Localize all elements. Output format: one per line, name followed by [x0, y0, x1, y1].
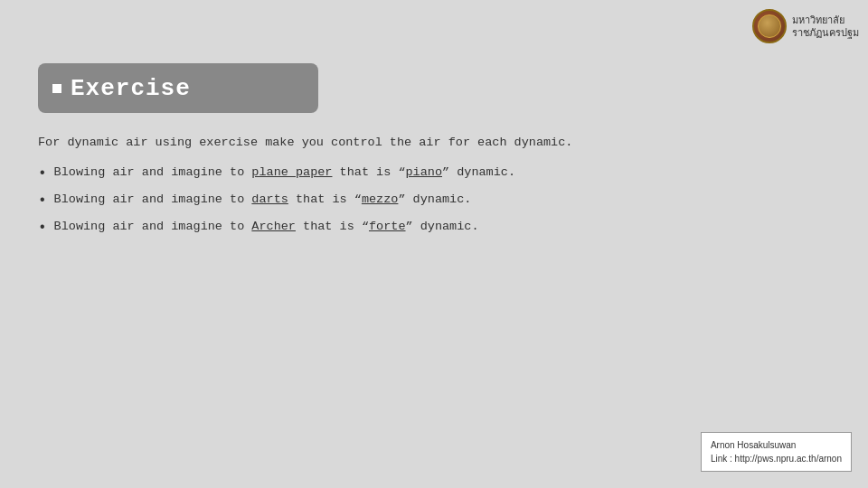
bullet-3-link2[interactable]: forte: [369, 220, 406, 233]
list-item: • Blowing air and imagine to darts that …: [38, 191, 830, 211]
logo-area: มหาวิทยาลัย ราชภัฏนครปฐม: [752, 9, 859, 43]
logo-text: มหาวิทยาลัย ราชภัฏนครปฐม: [792, 14, 859, 40]
university-name-line1: มหาวิทยาลัย: [792, 14, 859, 26]
bullet-3-prefix: Blowing air and imagine to: [54, 220, 252, 233]
bullet-1-prefix: Blowing air and imagine to: [54, 165, 252, 179]
bullet-text-3: Blowing air and imagine to Archer that i…: [54, 218, 830, 237]
bullet-2-link2[interactable]: mezzo: [362, 192, 399, 206]
credit-name: Arnon Hosakulsuwan: [711, 438, 842, 452]
bullet-1-middle: that is “: [332, 165, 405, 179]
university-logo: [752, 9, 787, 43]
credit-box: Arnon Hosakulsuwan Link : http://pws.npr…: [701, 432, 852, 472]
bullet-2-prefix: Blowing air and imagine to: [54, 192, 252, 206]
bullet-3-suffix: ” dynamic.: [406, 220, 479, 233]
bullet-text-2: Blowing air and imagine to darts that is…: [54, 191, 830, 210]
bullet-3-middle: that is “: [296, 220, 369, 233]
content-area: For dynamic air using exercise make you …: [38, 134, 830, 244]
bullet-text-1: Blowing air and imagine to plane paper t…: [54, 164, 830, 183]
credit-link: Link : http://pws.npru.ac.th/arnon: [711, 452, 842, 465]
bullet-2-suffix: ” dynamic.: [398, 192, 471, 206]
university-name-line2: ราชภัฏนครปฐม: [792, 26, 859, 39]
list-item: • Blowing air and imagine to Archer that…: [38, 218, 830, 238]
slide-container: มหาวิทยาลัย ราชภัฏนครปฐม Exercise For dy…: [0, 0, 868, 488]
bullet-3-link1[interactable]: Archer: [251, 220, 296, 233]
bullet-dot-2: •: [38, 192, 47, 211]
bullet-2-middle: that is “: [288, 192, 362, 206]
bullet-1-suffix: ” dynamic.: [442, 165, 515, 179]
bullet-dot-1: •: [38, 164, 47, 183]
list-item: • Blowing air and imagine to plane paper…: [38, 164, 830, 183]
bullet-1-link1[interactable]: plane paper: [251, 165, 332, 179]
exercise-title: Exercise: [71, 75, 191, 102]
logo-circle-inner: [758, 14, 781, 38]
intro-paragraph: For dynamic air using exercise make you …: [38, 134, 830, 153]
exercise-bullet-square: [52, 84, 61, 93]
bullet-2-link1[interactable]: darts: [251, 192, 288, 206]
bullet-dot-3: •: [38, 219, 47, 238]
bullet-list: • Blowing air and imagine to plane paper…: [38, 164, 830, 237]
exercise-banner: Exercise: [38, 63, 318, 113]
bullet-1-link2[interactable]: piano: [406, 165, 443, 179]
